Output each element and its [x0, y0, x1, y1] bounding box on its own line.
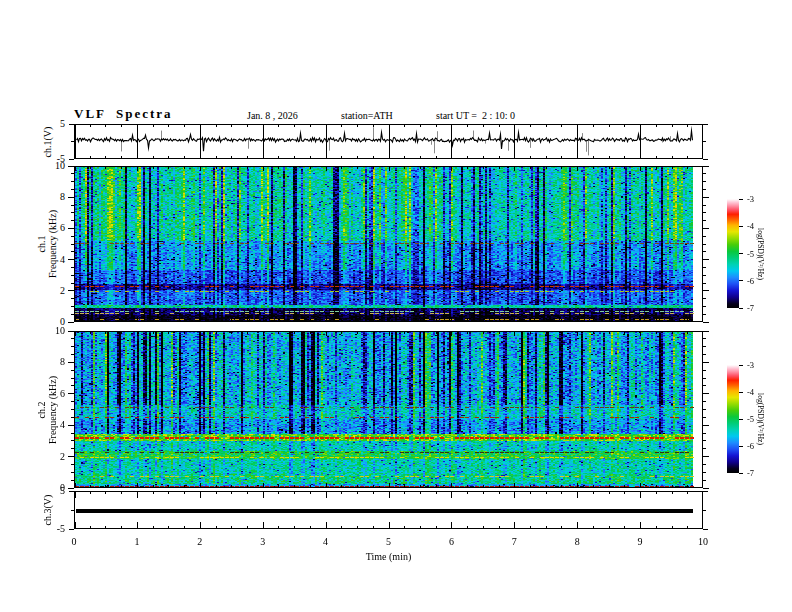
axis-tick: [703, 275, 706, 276]
axis-tick: [71, 409, 74, 410]
axis-tick: [703, 362, 709, 363]
axis-tick: [703, 354, 706, 355]
axis-tick: [71, 189, 74, 190]
axis-tick: [703, 370, 706, 371]
figure-title: VLF Spectra: [74, 106, 173, 122]
y-tick-label: 10: [55, 326, 65, 336]
y-tick-label: 5: [60, 119, 65, 129]
colorbar-tick-label: -3: [747, 360, 754, 370]
figure-start-ut: start UT = 2 : 10: 0: [436, 110, 515, 121]
colorbar-title: log(PSD)(V²/Hz): [756, 228, 765, 280]
axis-tick: [71, 385, 74, 386]
axis-tick: [71, 378, 74, 379]
axis-tick: [71, 181, 74, 182]
axis-tick: [739, 473, 743, 474]
y-axis-title-text: ch.3(V): [42, 495, 53, 526]
axis-tick: [71, 346, 74, 347]
axis-tick: [71, 510, 74, 511]
axis-tick: [739, 392, 743, 393]
x-tick-label: 0: [72, 536, 77, 547]
axis-tick: [703, 124, 708, 125]
axis-tick: [703, 141, 706, 142]
axis-tick: [71, 314, 74, 315]
axis-tick: [703, 448, 706, 449]
colorbar-tick-label: -4: [747, 221, 754, 231]
axis-tick: [703, 488, 709, 489]
axis-tick: [71, 480, 74, 481]
axis-tick: [68, 197, 74, 198]
y-tick-label: 6: [60, 389, 65, 399]
axis-tick: [71, 472, 74, 473]
x-tick-label: 5: [386, 536, 391, 547]
axis-tick: [703, 440, 706, 441]
axis-tick: [69, 159, 74, 160]
axis-tick: [71, 464, 74, 465]
axis-tick: [703, 166, 709, 167]
colorbar-tick-label: -4: [747, 387, 754, 397]
axis-tick: [703, 283, 706, 284]
axis-tick: [703, 401, 706, 402]
axis-tick: [703, 393, 709, 394]
axis-tick: [703, 529, 708, 530]
colorbar-title: log(PSD)(V²/Hz): [756, 393, 765, 445]
axis-tick: [703, 173, 706, 174]
figure-date: Jan. 8 , 2026: [247, 110, 298, 121]
colorbar-ch1: -3 -4 -5 -6 -7 log(PSD)(V²/Hz): [727, 199, 739, 308]
y-tick-label: 4: [60, 420, 65, 430]
axis-tick: [703, 244, 706, 245]
axis-tick: [71, 433, 74, 434]
ch3-waveform-canvas: [74, 491, 703, 529]
axis-tick: [71, 338, 74, 339]
axis-tick: [703, 480, 706, 481]
axis-tick: [71, 205, 74, 206]
axis-tick: [703, 212, 706, 213]
axis-tick: [703, 409, 706, 410]
axis-tick: [703, 456, 709, 457]
axis-tick: [739, 253, 743, 254]
x-tick-label: 4: [323, 536, 328, 547]
axis-tick: [71, 244, 74, 245]
axis-tick: [71, 267, 74, 268]
x-tick-label: 7: [512, 536, 517, 547]
axis-tick: [703, 338, 706, 339]
axis-tick: [68, 488, 74, 489]
axis-tick: [68, 393, 74, 394]
axis-tick: [703, 433, 706, 434]
axis-tick: [703, 322, 709, 323]
y-tick-label: -5: [57, 524, 65, 534]
y-tick-label: 2: [60, 286, 65, 296]
y-axis-title-text: ch.1: [36, 210, 47, 278]
x-tick-label: 10: [698, 536, 708, 547]
colorbar-tick-label: -3: [747, 194, 754, 204]
y-tick-label: 10: [55, 161, 65, 171]
axis-tick: [69, 124, 74, 125]
axis-tick: [703, 425, 709, 426]
axis-tick: [68, 228, 74, 229]
axis-tick: [703, 378, 706, 379]
axis-tick: [703, 464, 706, 465]
axis-tick: [703, 385, 706, 386]
axis-tick: [703, 306, 706, 307]
axis-tick: [68, 331, 74, 332]
axis-tick: [71, 212, 74, 213]
axis-tick: [703, 331, 709, 332]
y-axis-title-text: Frequency (kHz): [47, 375, 58, 443]
axis-tick: [703, 290, 709, 291]
y-tick-label: 8: [60, 192, 65, 202]
y-tick-label: 4: [60, 255, 65, 265]
colorbar-tick-label: -5: [747, 414, 754, 424]
axis-tick: [68, 362, 74, 363]
axis-tick: [703, 205, 706, 206]
x-tick-label: 1: [134, 536, 139, 547]
axis-tick: [69, 529, 74, 530]
axis-tick: [71, 141, 74, 142]
axis-tick: [703, 314, 706, 315]
axis-tick: [703, 491, 708, 492]
ch1-waveform-canvas: [74, 124, 703, 159]
axis-tick: [703, 197, 709, 198]
axis-tick: [71, 354, 74, 355]
axis-tick: [71, 370, 74, 371]
axis-tick: [739, 199, 743, 200]
axis-tick: [703, 346, 706, 347]
colorbar-ch2: -3 -4 -5 -6 -7 log(PSD)(V²/Hz): [727, 365, 739, 473]
